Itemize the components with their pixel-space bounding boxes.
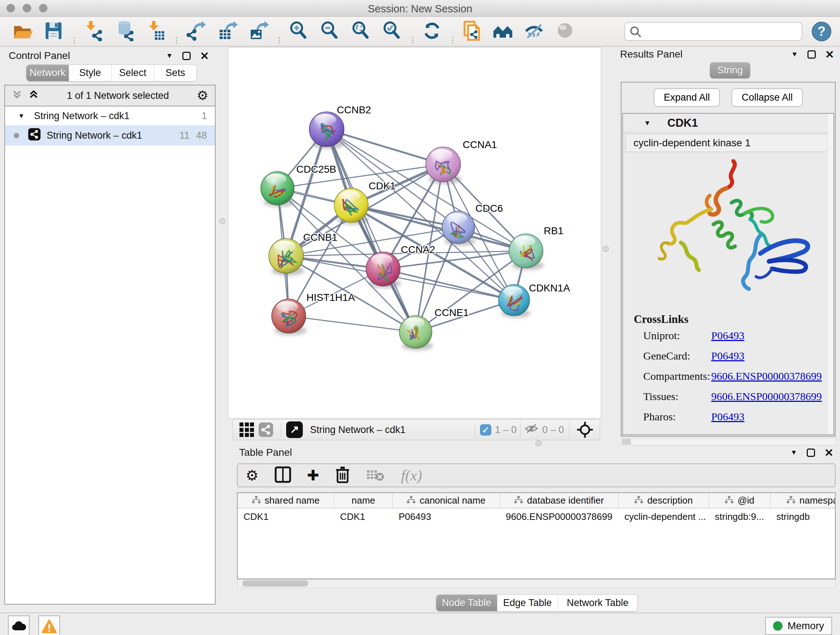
crosslink-link[interactable]: P06493 [711,410,745,423]
table-cell[interactable]: P06493 [393,508,500,524]
tab-sets[interactable]: Sets [154,65,196,81]
table-cell[interactable]: stringdb [771,508,836,524]
results-panel-menu-icon[interactable]: ▼ [791,50,798,58]
node-CCNA1[interactable] [426,147,461,182]
control-panel-menu-icon[interactable]: ▼ [166,52,173,60]
string-node-panel: ▼ CDK1 cyclin-dependent kinase 1 CrossLi… [622,113,834,435]
tab-edge-table[interactable]: Edge Table [497,595,558,611]
tab-style[interactable]: Style [69,65,111,81]
cloud-status-button[interactable] [8,616,30,635]
zoom-fit-button[interactable] [349,19,372,42]
search-input[interactable] [624,22,802,41]
network-canvas[interactable]: CCNB2CCNA1CDC25BCDK1CDC6RB1CCNB1CCNA2CDK… [228,47,601,418]
node-RB1[interactable] [509,234,543,268]
results-scrollbar[interactable] [827,114,834,434]
column-header-description[interactable]: description [619,493,709,508]
right-splitter-handle[interactable] [603,246,609,252]
column-header-@id[interactable]: @id [709,493,771,508]
expand-all-networks-icon[interactable] [11,89,22,103]
node-CDKN1A[interactable] [499,285,530,316]
save-session-button[interactable] [42,19,65,42]
import-table-file-button[interactable] [144,19,167,42]
node-CCNA2[interactable] [366,252,400,286]
collection-expand-icon[interactable]: ▼ [18,112,25,120]
node-CDK1[interactable] [334,188,368,222]
show-graphics-button[interactable] [554,19,577,42]
hide-graphics-button[interactable] [523,19,546,42]
column-header-namespace[interactable]: namespace [771,493,836,508]
selected-items-checkbox[interactable]: ✓ [480,424,491,435]
column-header-name[interactable]: name [334,493,393,508]
import-network-database-button[interactable] [113,19,136,42]
warnings-button[interactable] [38,616,60,635]
show-grid-icon[interactable] [240,423,254,437]
tab-node-table[interactable]: Node Table [436,595,497,611]
table-cell[interactable]: CDK1 [334,508,393,524]
crosslink-link[interactable]: P06493 [711,350,745,362]
network-row-selected[interactable]: String Network – cdk1 11 48 [5,125,215,146]
results-panel-float-icon[interactable] [807,50,816,59]
copy-network-button[interactable] [461,19,484,42]
tab-string[interactable]: String [710,62,750,79]
table-cell[interactable]: CDK1 [238,508,334,524]
collapse-all-networks-icon[interactable] [28,89,39,103]
node-CCNB2[interactable] [309,112,344,147]
node-CDC25B[interactable] [261,172,294,205]
collapse-all-button[interactable]: Collapse All [731,88,803,107]
table-row[interactable]: CDK1CDK1P064939606.ENSP00000378699cyclin… [238,508,835,524]
table-panel-close-icon[interactable]: ✕ [824,448,834,457]
create-column-icon[interactable]: ✚ [307,467,319,483]
zoom-selected-button[interactable] [380,19,403,42]
network-view-share-icon[interactable] [258,422,273,437]
birdseye-view-icon[interactable]: ↗ [286,421,303,438]
import-network-file-button[interactable] [82,19,105,42]
fit-content-crosshair-icon[interactable] [576,421,593,438]
open-session-button[interactable] [11,19,34,42]
tab-network[interactable]: Network [27,65,69,81]
cdk1-collapse-icon[interactable]: ▼ [644,119,651,127]
crosslink-link[interactable]: 9606.ENSP00000378699 [711,390,822,402]
expand-all-button[interactable]: Expand All [654,88,720,107]
string-home-button[interactable] [492,19,515,42]
column-header-shared-name[interactable]: shared name [238,493,334,508]
apply-preferred-layout-button[interactable] [420,19,444,42]
zoom-out-button[interactable] [318,19,341,42]
control-panel-float-icon[interactable] [182,52,191,60]
column-type-icon [515,495,523,506]
crosslink-label: Tissues: [643,390,711,402]
control-panel-close-icon[interactable]: ✕ [200,52,209,60]
tab-network-table[interactable]: Network Table [558,595,638,611]
table-cell[interactable]: stringdb:9... [709,508,771,524]
network-collection-row[interactable]: ▼ String Network – cdk1 1 [5,106,215,125]
import-network-file-icon [83,20,104,41]
export-table-button[interactable] [216,19,239,42]
export-image-button[interactable] [247,19,270,42]
show-column-panel-icon[interactable] [275,466,291,485]
zoom-in-button[interactable] [287,19,310,42]
table-cell[interactable]: cyclin-dependent ... [619,508,709,524]
results-hscrollbar[interactable] [622,438,836,445]
table-options-gear-icon[interactable]: ⚙ [246,467,259,483]
node-CCNB1[interactable] [269,239,303,273]
left-splitter-handle[interactable] [219,218,225,224]
column-header-database-identifier[interactable]: database identifier [500,493,619,508]
tab-select[interactable]: Select [111,65,154,81]
table-hscrollbar[interactable] [237,579,836,588]
table-panel-float-icon[interactable] [807,448,815,457]
column-header-canonical-name[interactable]: canonical name [393,493,500,508]
node-HIST1H1A[interactable] [272,299,306,333]
node-CCNE1[interactable] [399,316,432,348]
results-panel-close-icon[interactable]: ✕ [825,50,834,59]
memory-button[interactable]: Memory [765,617,832,635]
table-panel-menu-icon[interactable]: ▼ [790,448,797,456]
help-button[interactable]: ? [812,22,831,41]
network-icon [28,128,41,143]
hidden-items-eye-icon[interactable] [524,423,538,437]
node-CDC6[interactable] [442,211,475,244]
crosslink-link[interactable]: 9606.ENSP00000378699 [711,370,822,382]
network-options-gear-icon[interactable]: ⚙ [197,89,208,102]
delete-column-trash-icon[interactable] [335,466,350,485]
export-network-button[interactable] [185,19,208,42]
table-cell[interactable]: 9606.ENSP00000378699 [500,508,619,524]
crosslink-link[interactable]: P06493 [711,329,745,342]
